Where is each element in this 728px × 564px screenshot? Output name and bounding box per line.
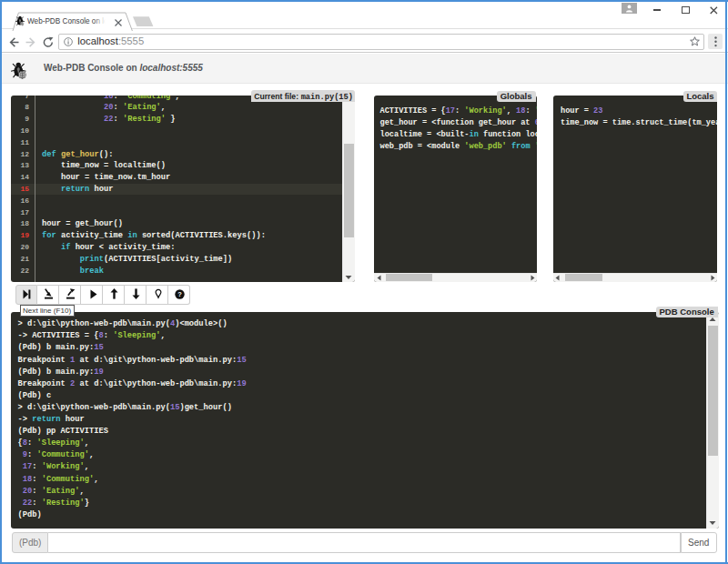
svg-text:?: ?: [177, 290, 182, 298]
